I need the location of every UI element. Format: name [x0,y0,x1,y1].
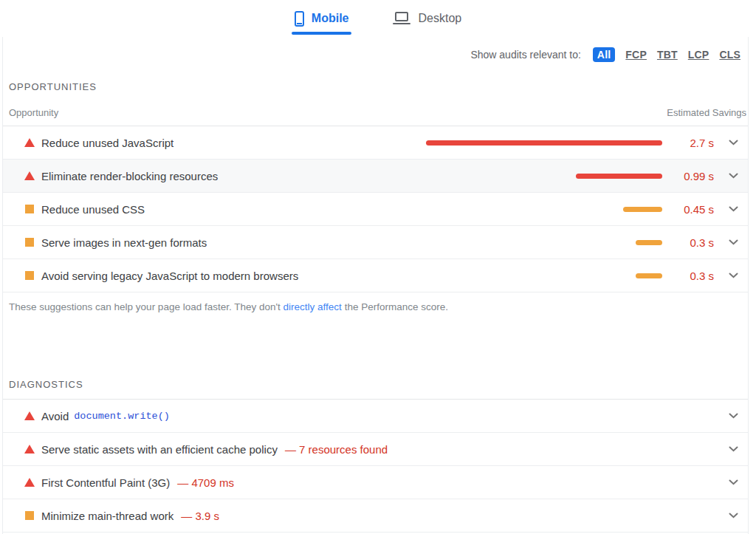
filter-fcp[interactable]: FCP [625,49,647,61]
report-panel: Show audits relevant to: All FCP TBT LCP… [2,37,749,534]
laptop-icon [393,12,410,25]
savings-bar [636,240,662,245]
warning-triangle-icon [24,445,35,453]
opportunity-row[interactable]: Eliminate render-blocking resources 0.99… [3,160,748,193]
opportunities-table-header: Opportunity Estimated Savings [3,92,748,126]
device-tab-bar: Mobile Desktop [0,0,756,37]
warning-triangle-icon [24,411,35,420]
opportunity-title: Eliminate render-blocking resources [41,170,218,182]
warning-square-icon [24,271,35,280]
warning-triangle-icon [24,138,35,147]
directly-affect-link[interactable]: directly affect [284,301,342,312]
chevron-down-icon[interactable] [724,173,742,179]
opportunity-title: Reduce unused CSS [41,203,145,216]
footer-text: the Performance score. [342,301,448,312]
filter-label: Show audits relevant to: [470,49,580,61]
opportunity-title: Avoid serving legacy JavaScript to moder… [41,270,298,282]
diagnostic-row[interactable]: Serve static assets with an efficient ca… [3,433,748,466]
chevron-down-icon[interactable] [724,206,742,212]
opportunities-footer-note: These suggestions can help your page loa… [3,292,748,323]
diagnostic-value: — 4709 ms [177,476,234,489]
chevron-down-icon[interactable] [724,273,742,278]
warning-triangle-icon [24,478,35,487]
savings-bar [426,140,662,146]
diagnostic-value: — 3.9 s [181,510,219,522]
tab-desktop-label: Desktop [418,12,461,25]
savings-value: 0.45 s [673,203,714,216]
savings-value: 0.3 s [673,270,714,282]
warning-square-icon [24,238,35,247]
savings-value: 2.7 s [673,137,714,149]
savings-bar [576,174,662,179]
filter-tbt[interactable]: TBT [657,49,678,61]
opportunity-row[interactable]: Serve images in next-gen formats 0.3 s [3,226,748,259]
tab-mobile[interactable]: Mobile [292,0,352,37]
diagnostic-value: — 7 resources found [285,443,388,456]
chevron-down-icon[interactable] [724,413,742,419]
diagnostic-title: First Contentful Paint (3G) [41,476,170,489]
warning-square-icon [24,511,35,520]
opportunity-title: Serve images in next-gen formats [41,236,207,249]
savings-value: 0.99 s [673,170,714,182]
chevron-down-icon[interactable] [724,140,742,146]
mobile-phone-icon [295,11,304,27]
chevron-down-icon[interactable] [724,446,742,452]
opportunity-title: Reduce unused JavaScript [41,137,173,149]
diagnostics-section-title: DIAGNOSTICS [3,367,748,400]
opportunities-section-title: OPPORTUNITIES [3,69,748,92]
filter-lcp[interactable]: LCP [688,49,709,61]
footer-text: These suggestions can help your page loa… [9,301,284,312]
opportunity-row[interactable]: Avoid serving legacy JavaScript to moder… [3,259,748,292]
diagnostic-title: Avoid [41,410,69,422]
warning-square-icon [24,205,35,213]
warning-triangle-icon [24,171,35,180]
opportunity-row[interactable]: Reduce unused JavaScript 2.7 s [3,126,748,160]
filter-cls[interactable]: CLS [719,49,740,61]
tab-mobile-label: Mobile [312,12,349,25]
opportunity-row[interactable]: Reduce unused CSS 0.45 s [3,193,748,226]
savings-bar [623,207,662,212]
column-estimated-savings: Estimated Savings [667,107,746,118]
diagnostic-row[interactable]: First Contentful Paint (3G) — 4709 ms [3,466,748,499]
chevron-down-icon[interactable] [724,513,742,518]
chevron-down-icon[interactable] [724,479,742,485]
column-opportunity: Opportunity [9,107,58,118]
audit-filter-row: Show audits relevant to: All FCP TBT LCP… [3,37,748,69]
tab-desktop[interactable]: Desktop [390,0,464,37]
diagnostic-row[interactable]: Minimize main-thread work — 3.9 s [3,499,748,533]
savings-bar [636,273,662,278]
diagnostic-row[interactable]: Avoid document.write() [3,400,748,433]
chevron-down-icon[interactable] [724,239,742,245]
filter-all[interactable]: All [593,47,616,62]
diagnostic-title: Serve static assets with an efficient ca… [41,443,278,456]
code-link[interactable]: document.write() [74,411,170,422]
diagnostic-title: Minimize main-thread work [41,510,173,522]
savings-value: 0.3 s [673,236,714,249]
